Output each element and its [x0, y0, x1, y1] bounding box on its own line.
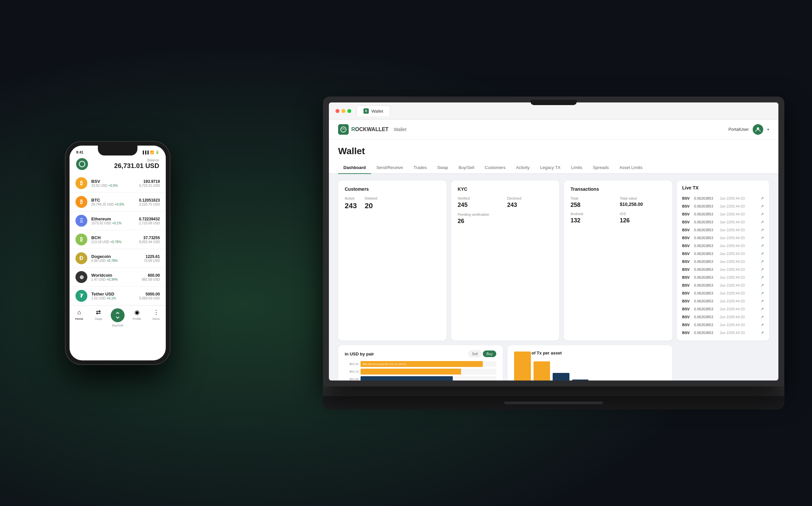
live-tx-amount: 0.06263853 — [694, 283, 717, 287]
live-tx-asset: BSV — [682, 220, 692, 224]
live-tx-amount: 0.06263853 — [694, 307, 717, 311]
live-tx-time: Jun 2205:44:33 — [720, 260, 758, 264]
coin-row[interactable]: Ξ Ethereum 1573.52 USD +0.1% 0.72239432 … — [70, 212, 166, 230]
live-tx-row: BSV 0.06263853 Jun 2205:44:33 ↗ — [682, 274, 764, 281]
hbar-row: $63.16 — [345, 369, 496, 374]
live-tx-arrow-icon[interactable]: ↗ — [760, 251, 764, 256]
total-value: 258 — [570, 201, 616, 208]
user-avatar[interactable] — [753, 124, 763, 135]
app-header: ROCKWALLET Wallet PortalUser ▾ — [329, 119, 779, 139]
browser-tab[interactable]: R Wallet — [356, 105, 390, 116]
coin-row[interactable]: ⊕ Worldcoin 1.47 USD +0.34% 600.00 882.5… — [70, 268, 166, 286]
vbar-bar — [514, 351, 531, 381]
swap-label: Swap — [95, 317, 102, 321]
live-tx-arrow-icon[interactable]: ↗ — [760, 196, 764, 200]
coin-info: Worldcoin 1.47 USD +0.34% — [91, 273, 138, 281]
coin-row[interactable]: ₿ BSV 33.52 USD +0.5% 193.9719 6,723.31 … — [70, 174, 166, 193]
phone-nav-profile[interactable]: ◉ Profile — [127, 308, 146, 327]
live-tx-row: BSV 0.06263853 Jun 2205:44:33 ↗ — [682, 314, 764, 320]
live-tx-arrow-icon[interactable]: ↗ — [760, 283, 764, 287]
live-tx-arrow-icon[interactable]: ↗ — [760, 212, 764, 217]
active-label: Active — [345, 196, 357, 200]
vbar-chart-header: Amount of Tx per asset — [514, 350, 666, 355]
tab-buy-sell[interactable]: Buy/Sell — [453, 162, 480, 174]
tab-legacy-tx[interactable]: Legacy TX — [535, 162, 566, 174]
live-tx-arrow-icon[interactable]: ↗ — [760, 267, 764, 272]
live-tx-amount: 0.06263853 — [694, 331, 717, 335]
live-tx-arrow-icon[interactable]: ↗ — [760, 275, 764, 280]
right-spacer — [677, 345, 769, 381]
phone-nav-buy-sell[interactable]: Buy/Sell — [108, 308, 127, 327]
coin-name: Tether USD — [91, 291, 135, 297]
ios-stat: iOS 126 — [620, 212, 666, 224]
header-right: PortalUser ▾ — [729, 124, 769, 135]
live-tx-amount: 0.06263853 — [694, 291, 717, 295]
tab-customers[interactable]: Customers — [480, 162, 511, 174]
tab-activity[interactable]: Activity — [511, 162, 535, 174]
coin-amounts: 5000.00 5,050.03 USD — [139, 292, 160, 300]
live-tx-arrow-icon[interactable]: ↗ — [760, 307, 764, 311]
coin-change: +0.78% — [106, 259, 117, 263]
live-tx-amount: 0.06263853 — [694, 315, 717, 319]
coin-usd: 5,050.03 USD — [139, 297, 160, 300]
live-tx-arrow-icon[interactable]: ↗ — [760, 220, 764, 224]
phone-nav-swap[interactable]: ⇄ Swap — [89, 308, 108, 327]
coin-row[interactable]: ₮ Tether USD 1.01 USD +0.1% 5000.00 5,05… — [70, 286, 166, 306]
coin-amount: 0.72239432 — [139, 217, 160, 222]
phone-nav-home[interactable]: ⌂ Home — [70, 308, 89, 327]
verified-label: Verified — [458, 196, 503, 200]
tab-limits[interactable]: Limits — [566, 162, 588, 174]
coin-info: Tether USD 1.01 USD +0.1% — [91, 291, 135, 300]
live-tx-time: Jun 2205:44:33 — [720, 196, 758, 200]
close-dot[interactable] — [335, 109, 339, 113]
live-tx-time: Jun 2205:44:33 — [720, 244, 758, 248]
live-tx-row: BSV 0.06263853 Jun 2205:44:33 ↗ — [682, 219, 764, 225]
coin-amounts: 37.73255 8,052.44 USD — [139, 236, 160, 244]
total-label: Total — [570, 196, 616, 200]
coin-row[interactable]: ₿ BCH 213.18 USD +0.78% 37.73255 8,052.4… — [70, 230, 166, 249]
tab-trades[interactable]: Trades — [408, 162, 432, 174]
live-tx-row: BSV 0.06263853 Jun 2205:44:33 ↗ — [682, 250, 764, 257]
live-tx-arrow-icon[interactable]: ↗ — [760, 323, 764, 327]
coin-row[interactable]: ₿ BTC 26,746.25 USD +0.6% 0.12051623 3,2… — [70, 193, 166, 212]
live-tx-arrow-icon[interactable]: ↗ — [760, 291, 764, 296]
phone-nav-menu[interactable]: ⋮ Menu — [147, 308, 166, 327]
live-tx-arrow-icon[interactable]: ↗ — [760, 299, 764, 304]
live-tx-amount: 0.06263853 — [694, 260, 717, 264]
tab-swap[interactable]: Swap — [432, 162, 454, 174]
coin-change: +0.1% — [106, 297, 116, 300]
live-tx-arrow-icon[interactable]: ↗ — [760, 228, 764, 232]
tab-asset-limits[interactable]: Asset Limits — [614, 162, 648, 174]
tab-send-receive[interactable]: Send/Receive — [371, 162, 408, 174]
kyc-card: KYC Verified 245 Declined 243 — [451, 180, 560, 341]
live-tx-asset: BSV — [682, 331, 692, 335]
live-tx-amount: 0.06263853 — [694, 267, 717, 271]
tab-dashboard[interactable]: Dashboard — [338, 162, 371, 174]
coin-price-value: 1.47 USD — [91, 278, 105, 281]
declined-label: Declined — [507, 196, 553, 200]
live-tx-arrow-icon[interactable]: ↗ — [760, 259, 764, 264]
hbar-sell-btn[interactable]: Sell — [468, 350, 481, 357]
hbar-buy-btn[interactable]: Buy — [483, 350, 496, 357]
hbar-track — [360, 369, 496, 374]
live-tx-arrow-icon[interactable]: ↗ — [760, 330, 764, 335]
coin-price-value: 0.06 USD — [91, 259, 105, 263]
maximize-dot[interactable] — [347, 109, 351, 113]
live-tx-arrow-icon[interactable]: ↗ — [760, 243, 764, 248]
live-tx-arrow-icon[interactable]: ↗ — [760, 315, 764, 319]
live-tx-time: Jun 2205:44:33 — [720, 275, 758, 279]
phone-device: 9:41 ▐▐▐ 📶 🔋 Balance 26,731.01 USD ₿ BSV… — [65, 141, 170, 365]
live-tx-amount: 0.06263853 — [694, 204, 717, 208]
hbar-track: $50,340.00 (Card) $47,222.22 (ACH) — [360, 361, 496, 367]
live-tx-asset: BSV — [682, 299, 692, 303]
coin-price: 33.52 USD +0.5% — [91, 184, 135, 187]
coin-amount: 37.73255 — [139, 236, 160, 240]
laptop-device: R Wallet ROCKWALLET Wallet — [323, 96, 784, 410]
minimize-dot[interactable] — [341, 109, 345, 113]
top-cards-row: Customers Active 243 Deleted 20 — [338, 180, 769, 341]
tab-spreads[interactable]: Spreads — [588, 162, 614, 174]
live-tx-arrow-icon[interactable]: ↗ — [760, 204, 764, 208]
live-tx-arrow-icon[interactable]: ↗ — [760, 236, 764, 240]
coin-row[interactable]: Ð Dogecoin 0.06 USD +0.78% 1225.61 73.58… — [70, 249, 166, 268]
home-label: Home — [75, 317, 83, 321]
